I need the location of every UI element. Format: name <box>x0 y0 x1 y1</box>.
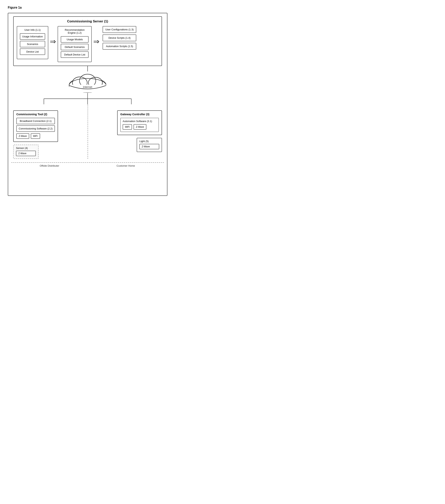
device-list-box: Device List <box>20 49 45 55</box>
server-to-cloud-line <box>88 66 88 72</box>
rec-engine-title: RecommendationEngine (1.2) <box>61 28 89 34</box>
offsite-distributer-label: Offsite Distributer <box>11 164 88 167</box>
commissioning-server-box: Commissioning Server (1) User Info (1.1)… <box>13 16 162 66</box>
arrow1-container: ⇒ <box>48 38 58 45</box>
light-outer-box: Light (5) Z-Wave <box>137 138 162 152</box>
rec-engine-box: RecommendationEngine (1.2) Usage Models … <box>58 26 92 62</box>
arrow2-icon: ⇒ <box>93 38 99 45</box>
commissioning-software-box: Commissioning Software (2.2) <box>16 125 55 132</box>
gateway-box: Gateway Controller (3) Automation Softwa… <box>117 110 162 135</box>
default-scenarios-box: Default Scenarios <box>61 44 89 50</box>
right-col: User Configurations (1.3) Device Scripts… <box>103 26 136 50</box>
gateway-zwave-box: Z-Wave <box>134 124 146 130</box>
svg-text:Internet: Internet <box>83 86 92 89</box>
bottom-section: Commissioning Tool (2) Broadband Connect… <box>11 105 164 159</box>
sensor-zwave-box: Z-Wave <box>16 151 36 156</box>
broadband-connection-box: Broadband Connection (2.1) <box>16 118 55 124</box>
commissioning-tool-area: Commissioning Tool (2) Broadband Connect… <box>11 105 88 159</box>
user-info-box: User Info (1.1) Usage Information Scenar… <box>17 26 48 59</box>
sensor-title: Sensor (4) <box>16 146 36 149</box>
commissioning-tool-box: Commissioning Tool (2) Broadband Connect… <box>13 110 58 142</box>
sensor-outer-box: Sensor (4) Z-Wave <box>13 145 38 159</box>
gateway-tech-row: WiFi Z-Wave <box>123 124 157 130</box>
bottom-labels: Offsite Distributer Customer Home <box>11 162 164 167</box>
automation-scripts-box: Automation Scripts (1.5) <box>103 43 136 50</box>
comm-tool-tech-row: Z-Wave WiFi <box>16 133 55 139</box>
customer-home-label: Customer Home <box>88 164 164 167</box>
usage-information-box: Usage Information <box>20 33 45 40</box>
comm-tool-wifi-box: WiFi <box>31 133 40 139</box>
automation-inner-box: Automation Software (3.1) WiFi Z-Wave <box>120 118 159 132</box>
internet-area: Internet <box>11 72 164 105</box>
server-inner: User Info (1.1) Usage Information Scenar… <box>17 26 159 62</box>
comm-tool-zwave-box: Z-Wave <box>16 133 29 139</box>
default-device-list-box: Default Device List <box>61 51 89 58</box>
gateway-title: Gateway Controller (3) <box>120 113 159 116</box>
arrow2-container: ⇒ <box>92 38 101 45</box>
diagram-container: Commissioning Server (1) User Info (1.1)… <box>8 13 167 196</box>
usage-models-box: Usage Models <box>61 36 89 43</box>
scenarios-box: Scenarios <box>20 41 45 47</box>
figure-label: Figure 1a <box>8 6 167 9</box>
server-title: Commissioning Server (1) <box>17 19 159 23</box>
automation-software-title: Automation Software (3.1) <box>123 120 157 123</box>
cloud-to-boxes-lines <box>11 93 164 105</box>
user-info-title: User Info (1.1) <box>20 28 45 31</box>
device-scripts-box: Device Scripts (1.4) <box>103 35 136 41</box>
cloud-icon: Internet <box>66 72 109 93</box>
user-configs-box: User Configurations (1.3) <box>103 26 136 33</box>
gateway-wifi-box: WiFi <box>123 124 132 130</box>
light-title: Light (5) <box>139 140 159 143</box>
commissioning-tool-title: Commissioning Tool (2) <box>16 113 55 116</box>
arrow1-icon: ⇒ <box>50 38 56 45</box>
gateway-area: Gateway Controller (3) Automation Softwa… <box>88 105 164 159</box>
light-zwave-box: Z-Wave <box>139 144 159 149</box>
